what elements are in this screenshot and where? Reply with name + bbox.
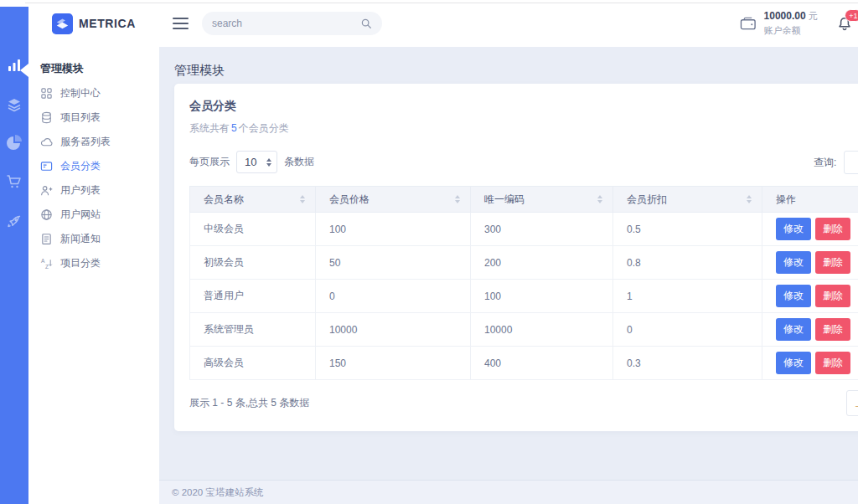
cell-actions: 修改删除 [762, 280, 858, 313]
cell-actions: 修改删除 [762, 347, 858, 380]
delete-button[interactable]: 删除 [815, 218, 850, 240]
edit-button[interactable]: 修改 [776, 218, 811, 240]
delete-button[interactable]: 删除 [815, 352, 850, 374]
edit-button[interactable]: 修改 [776, 352, 811, 374]
sidebar-item-label: 项目列表 [60, 111, 101, 125]
sidebar-item-sort-az[interactable]: AZ项目分类 [28, 251, 159, 275]
search-input[interactable] [212, 18, 360, 29]
member-table: 会员名称会员价格唯一编码会员折扣操作 中级会员1003000.5修改删除初级会员… [189, 186, 858, 380]
cell-name: 高级会员 [190, 347, 316, 380]
table-toolbar: 每页展示 10 条数据 查询: [189, 150, 858, 174]
brand-logo[interactable]: METRICA [28, 0, 159, 47]
topbar: 10000.00 元 账户余额 +1 [159, 0, 858, 47]
balance-unit: 元 [809, 11, 818, 21]
cell-actions: 修改删除 [762, 246, 858, 280]
column-label: 会员价格 [329, 193, 370, 205]
sidebar-item-card[interactable]: 会员分类 [28, 154, 159, 178]
cell-price: 10000 [316, 313, 471, 347]
sidebar-item-label: 服务器列表 [60, 135, 111, 149]
search-icon[interactable] [360, 18, 372, 29]
sidebar-item-file[interactable]: 新闻通知 [28, 227, 159, 251]
sidebar-section-title: 管理模块 [40, 61, 159, 76]
file-icon [40, 233, 53, 245]
metrica-logo-icon [52, 13, 73, 34]
page-size-suffix: 条数据 [284, 155, 314, 169]
cell-name: 普通用户 [190, 280, 316, 313]
column-header-3[interactable]: 唯一编码 [471, 187, 613, 213]
svg-text:Z: Z [45, 264, 49, 270]
copyright-text: © 2020 宝塔建站系统 [172, 486, 263, 499]
brand-name: METRICA [79, 17, 136, 30]
cell-code: 400 [471, 347, 613, 380]
active-rail-notch [20, 64, 28, 77]
sort-icon[interactable] [300, 195, 305, 203]
edit-button[interactable]: 修改 [776, 318, 811, 341]
cell-name: 中级会员 [190, 213, 316, 246]
query-group: 查询: [814, 151, 858, 174]
card-icon [40, 160, 53, 172]
notifications-button[interactable]: +1 [836, 16, 853, 33]
cell-actions: 修改删除 [762, 213, 858, 246]
sidebar-item-database[interactable]: 项目列表 [28, 105, 159, 130]
shopping-cart-icon[interactable] [6, 173, 23, 190]
table-row: 初级会员502000.8修改删除 [190, 246, 858, 280]
cell-discount: 0 [613, 313, 762, 347]
globe-icon [40, 208, 53, 221]
sidebar-item-grid[interactable]: 控制中心 [28, 81, 159, 105]
sidebar-item-label: 会员分类 [60, 159, 101, 173]
card-title: 会员分类 [189, 99, 858, 114]
cell-actions: 修改删除 [762, 313, 858, 347]
layers-icon[interactable] [6, 96, 23, 113]
account-balance: 10000.00 元 账户余额 [740, 10, 818, 37]
sort-icon[interactable] [597, 195, 602, 203]
column-header-4[interactable]: 会员折扣 [613, 187, 762, 213]
column-label: 会员折扣 [627, 193, 667, 205]
column-header-5: 操作 [762, 187, 858, 213]
edit-button[interactable]: 修改 [776, 285, 811, 307]
pagination-prev-button[interactable]: 上页 [846, 390, 858, 416]
cell-price: 0 [316, 280, 471, 313]
sidebar-menu: 控制中心项目列表服务器列表会员分类用户列表用户网站新闻通知AZ项目分类 [28, 81, 159, 275]
page-size-value: 10 [245, 156, 256, 168]
table-row: 普通用户01001修改删除 [190, 280, 858, 313]
balance-text: 10000.00 元 账户余额 [764, 10, 818, 37]
column-header-2[interactable]: 会员价格 [316, 187, 471, 213]
cell-code: 100 [471, 280, 613, 313]
footer: © 2020 宝塔建站系统 [159, 480, 858, 504]
topbar-search [202, 12, 382, 35]
sidebar-item-users[interactable]: 用户列表 [28, 178, 159, 203]
sidebar: METRICA 管理模块 控制中心项目列表服务器列表会员分类用户列表用户网站新闻… [28, 0, 159, 504]
sort-az-icon: AZ [40, 257, 53, 270]
table-row: 中级会员1003000.5修改删除 [190, 213, 858, 246]
delete-button[interactable]: 删除 [815, 251, 850, 274]
cell-discount: 0.3 [613, 347, 762, 380]
page-title: 管理模块 [159, 47, 858, 71]
icon-rail [0, 7, 28, 504]
main-column: 10000.00 元 账户余额 +1 管理模块 会员分类 系统共有5个会员分类 [159, 0, 858, 504]
sidebar-item-label: 用户网站 [60, 208, 101, 222]
edit-button[interactable]: 修改 [776, 251, 811, 274]
sidebar-item-globe[interactable]: 用户网站 [28, 203, 159, 227]
query-input[interactable] [844, 151, 858, 174]
rocket-icon[interactable] [6, 213, 23, 230]
sidebar-item-cloud[interactable]: 服务器列表 [28, 130, 159, 154]
page-size-select[interactable]: 10 [236, 151, 277, 173]
sort-icon[interactable] [455, 195, 460, 203]
content-area: 管理模块 会员分类 系统共有5个会员分类 每页展示 10 条数据 查询: [159, 47, 858, 504]
table-row: 系统管理员10000100000修改删除 [190, 313, 858, 347]
sort-icon[interactable] [747, 195, 752, 203]
stepper-icon [266, 158, 271, 167]
window-chrome-line [25, 3, 858, 3]
delete-button[interactable]: 删除 [815, 318, 850, 341]
cloud-icon [40, 136, 53, 148]
menu-toggle-button[interactable] [173, 14, 189, 33]
content-spacer [159, 431, 858, 480]
sidebar-item-label: 用户列表 [60, 183, 101, 198]
topbar-right: 10000.00 元 账户余额 +1 [740, 10, 856, 37]
delete-button[interactable]: 删除 [815, 285, 850, 307]
pie-chart-icon[interactable] [6, 134, 23, 151]
query-label: 查询: [814, 156, 836, 170]
column-header-1[interactable]: 会员名称 [190, 187, 316, 213]
pagination-info: 展示 1 - 5 条,总共 5 条数据 [189, 396, 309, 410]
balance-label: 账户余额 [764, 24, 818, 37]
